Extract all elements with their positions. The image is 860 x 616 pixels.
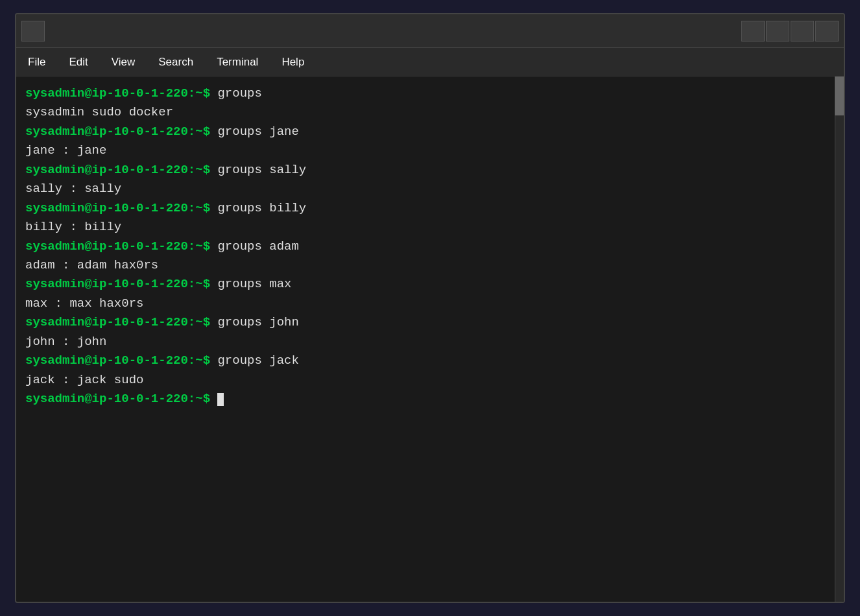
menu-help[interactable]: Help: [278, 53, 308, 71]
minimize-button[interactable]: [766, 21, 789, 41]
terminal-line: sysadmin@ip-10-0-1-220:~$: [25, 390, 826, 409]
title-bar-left: [21, 21, 45, 41]
prompt: sysadmin@ip-10-0-1-220:~$: [25, 201, 210, 215]
prompt: sysadmin@ip-10-0-1-220:~$: [25, 392, 210, 406]
prompt: sysadmin@ip-10-0-1-220:~$: [25, 353, 210, 368]
menu-view[interactable]: View: [108, 53, 139, 71]
command-text: groups: [210, 86, 262, 101]
prompt: sysadmin@ip-10-0-1-220:~$: [25, 277, 210, 291]
terminal-line: sysadmin@ip-10-0-1-220:~$ groups max: [25, 275, 826, 294]
terminal-line: sysadmin@ip-10-0-1-220:~$ groups: [25, 84, 826, 103]
scroll-up-button[interactable]: [741, 21, 765, 41]
command-text: groups jack: [210, 353, 299, 368]
terminal-line: jack : jack sudo: [25, 371, 826, 390]
terminal-window: File Edit View Search Terminal Help sysa…: [15, 13, 845, 603]
dropdown-button[interactable]: [21, 21, 45, 41]
terminal-line: sysadmin@ip-10-0-1-220:~$ groups sally: [25, 161, 826, 180]
terminal-line: sally : sally: [25, 180, 826, 198]
prompt: sysadmin@ip-10-0-1-220:~$: [25, 239, 210, 254]
menu-search[interactable]: Search: [154, 53, 197, 71]
terminal-line: adam : adam hax0rs: [25, 256, 826, 275]
close-button[interactable]: [815, 21, 839, 41]
terminal-body[interactable]: sysadmin@ip-10-0-1-220:~$ groupssysadmin…: [16, 77, 844, 602]
command-text: groups billy: [210, 201, 306, 215]
menu-file[interactable]: File: [24, 53, 49, 71]
menu-bar: File Edit View Search Terminal Help: [16, 48, 844, 77]
title-bar: [16, 14, 844, 48]
command-text: groups adam: [210, 239, 299, 254]
terminal-line: sysadmin sudo docker: [25, 103, 826, 122]
title-bar-controls: [741, 21, 839, 41]
terminal-line: sysadmin@ip-10-0-1-220:~$ groups adam: [25, 237, 826, 256]
terminal-line: billy : billy: [25, 218, 826, 237]
command-text: groups john: [210, 315, 299, 329]
command-text: groups max: [210, 277, 291, 291]
scrollbar[interactable]: [835, 77, 844, 602]
terminal-line: max : max hax0rs: [25, 294, 826, 313]
prompt: sysadmin@ip-10-0-1-220:~$: [25, 315, 210, 329]
terminal-line: sysadmin@ip-10-0-1-220:~$ groups billy: [25, 199, 826, 218]
terminal-content[interactable]: sysadmin@ip-10-0-1-220:~$ groupssysadmin…: [16, 77, 835, 602]
command-text: groups jane: [210, 124, 299, 139]
maximize-button[interactable]: [791, 21, 814, 41]
command-text: groups sally: [210, 163, 306, 177]
prompt: sysadmin@ip-10-0-1-220:~$: [25, 124, 210, 139]
prompt: sysadmin@ip-10-0-1-220:~$: [25, 163, 210, 177]
terminal-line: john : john: [25, 333, 826, 351]
prompt: sysadmin@ip-10-0-1-220:~$: [25, 86, 210, 101]
menu-edit[interactable]: Edit: [65, 53, 91, 71]
terminal-cursor: [217, 393, 224, 406]
terminal-line: sysadmin@ip-10-0-1-220:~$ groups jack: [25, 351, 826, 370]
menu-terminal[interactable]: Terminal: [213, 53, 262, 71]
terminal-line: sysadmin@ip-10-0-1-220:~$ groups john: [25, 313, 826, 332]
terminal-line: jane : jane: [25, 141, 826, 160]
terminal-line: sysadmin@ip-10-0-1-220:~$ groups jane: [25, 123, 826, 141]
scrollbar-thumb[interactable]: [835, 77, 844, 115]
